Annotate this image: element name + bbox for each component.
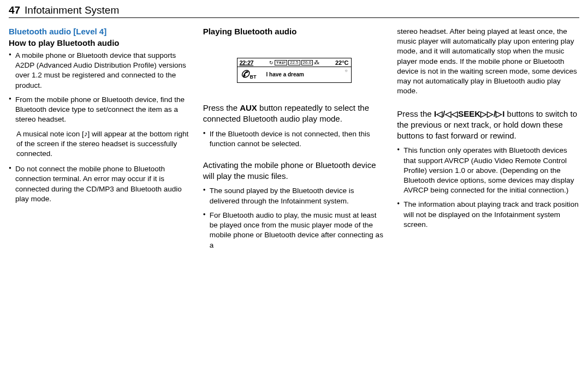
device-now-playing: ✆ BT I have a dream ○ (237, 67, 351, 82)
column-right: stereo headset. After being played at le… (397, 27, 579, 255)
subheading-howto: How to play Bluetooth audio (9, 38, 191, 47)
list-item: A mobile phone or Bluetooth device that … (9, 51, 191, 91)
aux-bold: AUX (240, 103, 257, 112)
list-item: Do not connect the mobile phone to Bluet… (9, 164, 191, 204)
bullet-list: This function only operates with Bluetoo… (397, 146, 579, 230)
paragraph-activate: Activating the mobile phone or Bluetooth… (203, 160, 385, 182)
bt-label: BT (250, 74, 257, 80)
temperature-text: 22°C (335, 59, 349, 66)
paragraph-aux: Press the AUX button repeatedly to selec… (203, 103, 385, 125)
list-item: From the mobile phone or Bluetooth devic… (9, 95, 191, 125)
list-item: The information about playing track and … (397, 200, 579, 230)
bullet-list: Do not connect the mobile phone to Bluet… (9, 164, 191, 204)
trip-box: ᴛʀɪᴘ (275, 60, 287, 65)
text-a: Press the (397, 109, 434, 118)
seek-bold: I◁/◁◁SEEK▷▷/▷I (434, 109, 505, 118)
device-status-bar: 22:27 ↻ ᴛʀɪᴘ 22.5 26.0 ⁂ 22°C (237, 58, 351, 67)
bluetooth-icon: ⁂ (314, 59, 319, 65)
column-left: Bluetooth audio [Level 4] How to play Bl… (9, 27, 191, 255)
paragraph-continuation: stereo headset. After being played at le… (397, 27, 579, 97)
bullet-list: If the Bluetooth device is not connected… (203, 129, 385, 149)
device-screen-frame: 22:27 ↻ ᴛʀɪᴘ 22.5 26.0 ⁂ 22°C ✆ BT I hav… (237, 58, 352, 83)
indented-note: A musical note icon [♪] will appear at t… (9, 129, 191, 159)
clock-text: 22:27 (240, 59, 254, 66)
heading-level-4: Bluetooth audio [Level 4] (9, 27, 191, 36)
track-title: I have a dream (266, 71, 304, 77)
list-item: For Bluetooth audio to play, the music m… (203, 211, 385, 250)
paragraph-seek: Press the I◁/◁◁SEEK▷▷/▷I buttons to swit… (397, 109, 579, 142)
bullet-list: The sound played by the Bluetooth device… (203, 186, 385, 250)
content-columns: Bluetooth audio [Level 4] How to play Bl… (9, 27, 579, 255)
text-a: Press the (203, 103, 240, 112)
device-screenshot: 22:27 ↻ ᴛʀɪᴘ 22.5 26.0 ⁂ 22°C ✆ BT I hav… (203, 58, 385, 83)
list-item: The sound played by the Bluetooth device… (203, 186, 385, 206)
phone-icon: ✆ (241, 68, 249, 80)
mpg-value: 26.0 (301, 60, 313, 65)
page-title: Infotainment System (25, 4, 119, 16)
bullet-list: A mobile phone or Bluetooth device that … (9, 51, 191, 125)
list-item: If the Bluetooth device is not connected… (203, 129, 385, 149)
repeat-icon: ↻ (269, 60, 274, 65)
page-number: 47 (9, 4, 20, 16)
status-indicators: ↻ ᴛʀɪᴘ 22.5 26.0 ⁂ (269, 59, 319, 65)
list-item: This function only operates with Bluetoo… (397, 146, 579, 195)
column-center: Playing Bluetooth audio 22:27 ↻ ᴛʀɪᴘ 22.… (203, 27, 385, 255)
heading-playing: Playing Bluetooth audio (203, 27, 385, 36)
indicator-dot: ○ (345, 68, 348, 73)
km-value: 22.5 (288, 60, 300, 65)
page-header: 47 Infotainment System (9, 4, 579, 18)
